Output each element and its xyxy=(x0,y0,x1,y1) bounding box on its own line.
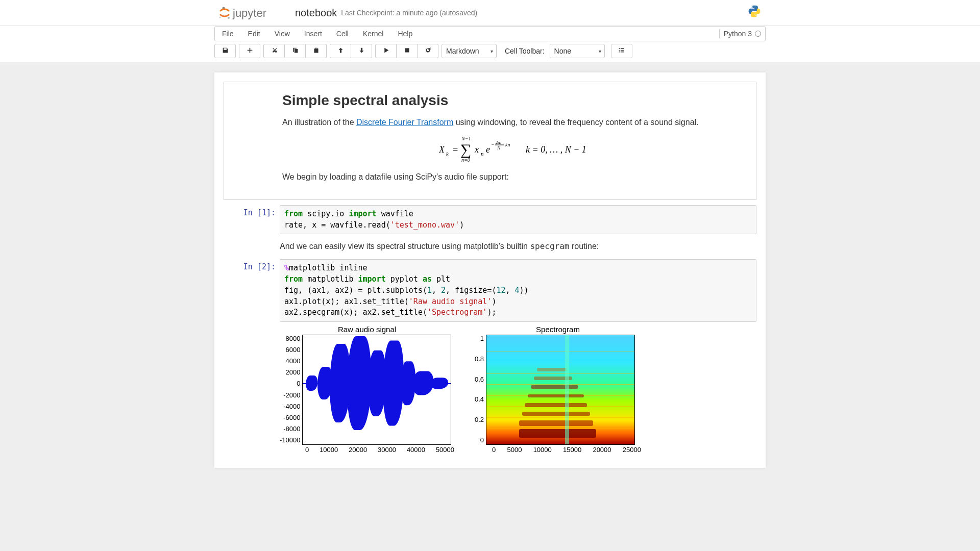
svg-text:n: n xyxy=(481,151,484,157)
svg-point-5 xyxy=(755,15,756,16)
svg-text:kn: kn xyxy=(505,142,510,147)
plot-canvas xyxy=(486,335,635,445)
waveform-plot: Raw audio signal 8000 6000 4000 2000 0 -… xyxy=(280,325,454,454)
svg-text:x: x xyxy=(474,144,479,155)
cell-prompt xyxy=(236,89,282,187)
svg-text:k = 0, … , N − 1: k = 0, … , N − 1 xyxy=(526,144,586,155)
jupyter-logo[interactable]: jupyter xyxy=(218,5,290,21)
save-icon xyxy=(222,47,229,55)
output-plots: Raw audio signal 8000 6000 4000 2000 0 -… xyxy=(280,325,756,454)
text: using windowing, to reveal the frequency… xyxy=(453,118,698,127)
plot-title: Raw audio signal xyxy=(280,325,454,334)
cell-prompt: In [1]: xyxy=(224,205,280,235)
cell-toolbar-value: None xyxy=(554,47,571,55)
run-button[interactable] xyxy=(375,44,397,58)
menubar: File Edit View Insert Cell Kernel Help P… xyxy=(214,26,766,41)
arrow-up-icon xyxy=(337,47,344,55)
svg-point-4 xyxy=(752,7,753,8)
svg-point-2 xyxy=(219,17,221,18)
cell-toolbar-label: Cell Toolbar: xyxy=(505,47,545,55)
markdown-cell[interactable]: And we can easily view its spectral stru… xyxy=(224,237,756,256)
svg-rect-6 xyxy=(405,48,409,52)
kernel-name: Python 3 xyxy=(724,30,752,38)
menu-help[interactable]: Help xyxy=(390,27,420,40)
spectrogram-plot: Spectrogram 1 0.8 0.6 0.4 0.2 0 xyxy=(475,325,641,454)
intro-paragraph: An illustration of the Discrete Fourier … xyxy=(282,117,744,128)
notebook-container[interactable]: Simple spectral analysis An illustration… xyxy=(214,72,766,468)
kernel-idle-icon xyxy=(755,31,761,37)
cell-prompt xyxy=(224,237,280,256)
code-literal: specgram xyxy=(530,241,569,251)
cell-type-value: Markdown xyxy=(446,47,479,55)
copy-icon xyxy=(292,47,299,55)
paste-button[interactable] xyxy=(306,44,327,58)
checkpoint-status: Last Checkpoint: a minute ago (autosaved… xyxy=(341,9,477,17)
interrupt-button[interactable] xyxy=(397,44,418,58)
svg-text:∑: ∑ xyxy=(460,141,471,158)
page-title: Simple spectral analysis xyxy=(282,92,744,109)
code-cell[interactable]: In [2]: %matplotlib inline from matplotl… xyxy=(224,259,756,456)
cell-type-select[interactable]: Markdown xyxy=(442,44,497,58)
toolbar: Markdown Cell Toolbar: None xyxy=(214,41,766,62)
svg-text:e: e xyxy=(486,144,490,155)
menu-cell[interactable]: Cell xyxy=(329,27,356,40)
header: jupyter notebook Last Checkpoint: a minu… xyxy=(214,0,766,26)
menu-insert[interactable]: Insert xyxy=(297,27,329,40)
y-axis: 8000 6000 4000 2000 0 -2000 -4000 -6000 … xyxy=(280,335,302,444)
menu-file[interactable]: File xyxy=(215,27,241,40)
play-icon xyxy=(383,47,389,55)
cell-toolbar-select[interactable]: None xyxy=(550,44,605,58)
text: And we can easily view its spectral stru… xyxy=(280,242,530,251)
stop-icon xyxy=(404,47,410,55)
svg-text:n=0: n=0 xyxy=(461,157,470,162)
menu-edit[interactable]: Edit xyxy=(241,27,267,40)
svg-text:=: = xyxy=(452,144,458,155)
restart-button[interactable] xyxy=(418,44,438,58)
save-button[interactable] xyxy=(214,44,236,58)
move-down-button[interactable] xyxy=(351,44,372,58)
code-input[interactable]: %matplotlib inline from matplotlib impor… xyxy=(280,259,756,322)
svg-text:k: k xyxy=(446,151,449,157)
svg-text:−: − xyxy=(491,142,495,147)
scissors-icon xyxy=(271,47,278,55)
list-icon xyxy=(618,47,625,55)
cut-button[interactable] xyxy=(263,44,285,58)
dft-equation: X k = N−1 ∑ n=0 x n e − 2πi N xyxy=(282,135,744,164)
svg-text:X: X xyxy=(439,144,445,155)
kernel-indicator: Python 3 xyxy=(719,29,761,38)
x-axis: 0 10000 20000 30000 40000 50000 xyxy=(305,445,454,454)
y-axis: 1 0.8 0.6 0.4 0.2 0 xyxy=(475,335,486,444)
text: We begin by loading a datafile using Sci… xyxy=(282,171,744,183)
dft-link[interactable]: Discrete Fourier Transform xyxy=(356,118,453,127)
code-input[interactable]: from scipy.io import wavfile rate, x = w… xyxy=(280,205,756,235)
copy-button[interactable] xyxy=(285,44,306,58)
menu-kernel[interactable]: Kernel xyxy=(356,27,390,40)
python-logo-icon xyxy=(747,4,762,20)
arrow-down-icon xyxy=(358,47,365,55)
plot-canvas xyxy=(302,335,451,445)
plus-icon xyxy=(247,47,253,55)
svg-text:N: N xyxy=(497,145,501,151)
code-cell[interactable]: In [1]: from scipy.io import wavfile rat… xyxy=(224,205,756,235)
paste-icon xyxy=(313,47,320,55)
svg-text:2πi: 2πi xyxy=(496,140,502,145)
markdown-cell[interactable]: Simple spectral analysis An illustration… xyxy=(224,82,756,200)
insert-cell-button[interactable] xyxy=(239,44,260,58)
refresh-icon xyxy=(425,47,431,55)
svg-point-1 xyxy=(228,17,230,19)
menu-view[interactable]: View xyxy=(267,27,297,40)
notebook-name[interactable]: notebook xyxy=(295,7,337,19)
cell-prompt: In [2]: xyxy=(224,259,280,456)
plot-title: Spectrogram xyxy=(475,325,641,334)
command-palette-button[interactable] xyxy=(611,44,632,58)
move-up-button[interactable] xyxy=(330,44,351,58)
text: An illustration of the xyxy=(282,118,356,127)
x-axis: 0 5000 10000 15000 20000 25000 xyxy=(492,445,641,454)
svg-text:jupyter: jupyter xyxy=(232,7,266,19)
text: routine: xyxy=(569,242,599,251)
